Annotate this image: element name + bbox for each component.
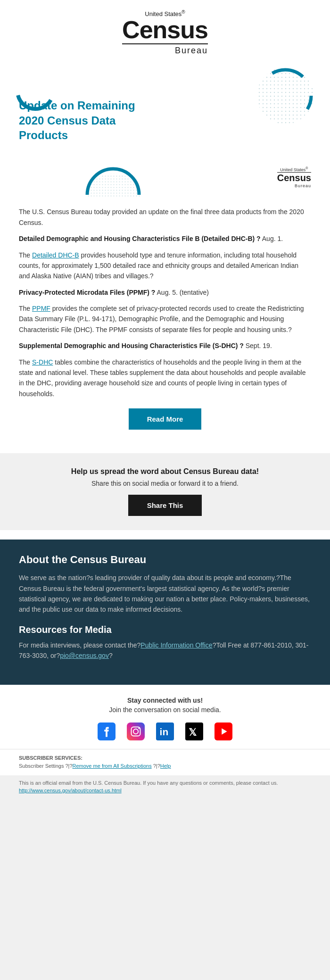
hero-title: Update on Remaining 2020 Census Data Pro… [19, 98, 160, 142]
dhcb-paragraph: Detailed Demographic and Housing Charact… [19, 233, 311, 244]
dark-section: About the Census Bureau We serve as the … [0, 540, 330, 684]
ppmf-body-text: provides the complete set of privacy-pro… [19, 305, 304, 333]
x-twitter-link[interactable]: 𝕏 [184, 721, 205, 742]
logo: United States® Census Bureau [122, 9, 208, 56]
svg-point-2 [257, 67, 314, 124]
contact-link[interactable]: http://www.census.gov/about/contact-us.h… [19, 788, 122, 793]
stay-connected-text: Stay connected with us! [19, 697, 311, 704]
logo-reg: ® [182, 9, 185, 15]
pio-link[interactable]: Public Information Office [140, 641, 212, 649]
ppmf-link[interactable]: PPMF [32, 305, 50, 312]
social-section: Stay connected with us! Join the convers… [0, 685, 330, 749]
share-section: Help us spread the word about Census Bur… [0, 453, 330, 530]
sdhc-body-text: tables combine the characteristics of ho… [19, 358, 305, 398]
join-text: Join the conversation on social media. [19, 706, 311, 714]
logo-bureau: Bureau [122, 43, 208, 56]
mini-logo: United States® Census Bureau [277, 166, 311, 188]
help-link[interactable]: Help [160, 763, 171, 769]
share-heading: Help us spread the word about Census Bur… [19, 467, 311, 476]
facebook-icon [98, 723, 116, 740]
svg-point-10 [138, 727, 140, 729]
svg-text:𝕏: 𝕏 [189, 726, 197, 737]
ppmf-heading: Privacy-Protected Microdata Files (PPMF)… [19, 289, 155, 296]
header: United States® Census Bureau [0, 0, 330, 60]
sdhc-body-paragraph: The S-DHC tables combine the characteris… [19, 357, 311, 399]
dhcb-link[interactable]: Detailed DHC-B [32, 251, 79, 259]
facebook-link[interactable] [96, 721, 117, 742]
dhcb-date: Aug. 1. [262, 235, 283, 242]
sdhc-date: Sept. 19. [246, 342, 272, 349]
sdhc-link[interactable]: S-DHC [32, 358, 53, 366]
resources-prefix: For media interviews, please contact the… [19, 641, 140, 649]
youtube-link[interactable] [213, 721, 234, 742]
instagram-icon [127, 723, 145, 740]
instagram-link[interactable] [125, 721, 146, 742]
ppmf-paragraph: Privacy-Protected Microdata Files (PPMF)… [19, 287, 311, 298]
resources-heading: Resources for Media [19, 624, 311, 635]
svg-text:in: in [160, 726, 169, 737]
share-button[interactable]: Share This [128, 495, 202, 516]
deco-arc-mid [85, 164, 141, 192]
remove-subscriptions-link[interactable]: Remove me from All Subscriptions [73, 763, 152, 769]
social-icons-container: in 𝕏 [19, 721, 311, 742]
email-wrapper: United States® Census Bureau [0, 0, 330, 798]
subscriber-info: SUBSCRIBER SERVICES: Subscriber Settings… [19, 754, 311, 771]
linkedin-icon: in [156, 723, 174, 740]
footer-disclaimer: This is an official email from the U.S. … [0, 775, 330, 798]
about-body: We serve as the nation?s leading provide… [19, 573, 311, 615]
resources-suffix: ? [109, 652, 113, 659]
about-heading: About the Census Bureau [19, 554, 311, 566]
youtube-icon [214, 723, 232, 740]
resources-paragraph: For media interviews, please contact the… [19, 640, 311, 661]
intro-paragraph: The U.S. Census Bureau today provided an… [19, 207, 311, 228]
hero-section2: United States® Census Bureau [0, 164, 330, 202]
read-more-button[interactable]: Read More [129, 408, 201, 430]
x-twitter-icon: 𝕏 [185, 723, 203, 740]
deco-circle-tr [255, 65, 316, 126]
share-subtext: Share this on social media or forward it… [19, 480, 311, 487]
main-content: The U.S. Census Bureau today provided an… [0, 202, 330, 453]
sdhc-paragraph: Supplemental Demographic and Housing Cha… [19, 341, 311, 351]
remove-suffix: ?|? [152, 763, 160, 769]
subscriber-section: SUBSCRIBER SERVICES: Subscriber Settings… [0, 749, 330, 775]
linkedin-link[interactable]: in [155, 721, 175, 742]
disclaimer-text: This is an official email from the U.S. … [19, 779, 311, 795]
sdhc-heading: Supplemental Demographic and Housing Cha… [19, 342, 244, 349]
logo-census: Census [122, 17, 208, 42]
subscriber-label: SUBSCRIBER SERVICES: [19, 755, 82, 761]
dhcb-body-paragraph: The Detailed DHC-B provides household ty… [19, 250, 311, 282]
subscriber-settings-text: Subscriber Settings ?|? [19, 763, 73, 769]
ppmf-date: Aug. 5. (tentative) [157, 289, 209, 296]
dhcb-heading: Detailed Demographic and Housing Charact… [19, 235, 261, 242]
hero-section: Update on Remaining 2020 Census Data Pro… [0, 60, 330, 164]
ppmf-body-paragraph: The PPMF provides the complete set of pr… [19, 303, 311, 335]
pio-email-link[interactable]: pio@census.gov [60, 652, 109, 659]
svg-rect-7 [127, 723, 145, 740]
